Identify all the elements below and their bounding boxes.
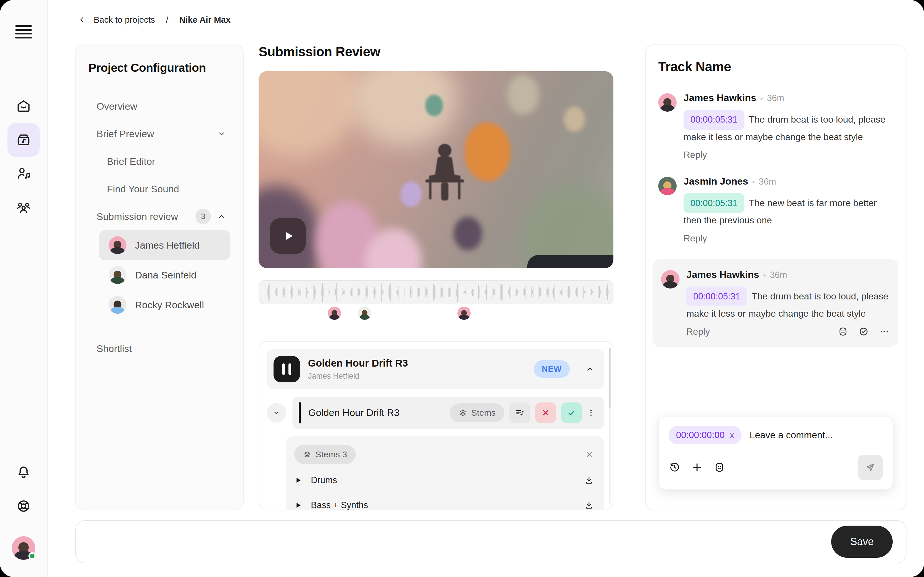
track-name-title: Track Name [658, 59, 893, 74]
submission-member-rocky-rockwell[interactable]: Rocky Rockwell [99, 290, 230, 320]
emoji-icon[interactable] [713, 461, 725, 473]
check-icon [567, 408, 576, 418]
nav-item-shortlist[interactable]: Shortlist [89, 335, 230, 362]
layers-icon [303, 450, 312, 459]
more-options-button[interactable] [585, 403, 597, 423]
version-title: Golden Hour Drift R3 [308, 407, 450, 418]
profile-avatar[interactable] [12, 536, 36, 560]
plus-icon[interactable] [691, 461, 703, 473]
video-scene-person [415, 130, 475, 217]
submission-count-badge: 3 [195, 209, 211, 224]
comment-author: James Hawkins [687, 269, 759, 280]
breadcrumb-separator: / [162, 15, 171, 25]
reply-link[interactable]: Reply [687, 326, 710, 337]
breadcrumb-current: Nike Air Max [179, 15, 231, 25]
dot-separator: • [752, 178, 755, 187]
expand-version-button[interactable] [267, 403, 286, 422]
comment-marker-avatar[interactable] [328, 306, 341, 320]
track-title: Golden Hour Drift R3 [308, 358, 526, 369]
submission-member-james-hetfield[interactable]: James Hetfield [99, 230, 230, 260]
save-button[interactable]: Save [831, 525, 893, 558]
panel-title: Project Configuration [89, 61, 230, 75]
approve-button[interactable] [561, 403, 582, 423]
play-icon[interactable] [294, 476, 302, 484]
menu-icon[interactable] [15, 25, 32, 39]
page-title: Submission Review [258, 45, 614, 59]
send-icon [864, 462, 876, 473]
scrollbar-thumb[interactable] [609, 348, 611, 408]
avatar [658, 177, 677, 195]
pause-button[interactable] [273, 356, 300, 382]
track-artist: James Hetfield [308, 372, 526, 380]
send-button[interactable] [858, 455, 883, 480]
music-library-icon [16, 132, 32, 148]
sidebar-item-library[interactable] [8, 123, 40, 157]
history-icon[interactable] [669, 461, 681, 473]
avatar [661, 270, 680, 288]
nav-item-find-your-sound[interactable]: Find Your Sound [89, 175, 230, 203]
clear-timestamp-icon[interactable]: x [730, 431, 734, 440]
avatar [108, 266, 126, 284]
ellipsis-icon[interactable] [879, 326, 890, 337]
bell-icon [16, 464, 32, 480]
stems-count-pill: Stems 3 [294, 445, 356, 464]
download-icon[interactable] [584, 500, 594, 510]
queue-music-icon [515, 408, 525, 418]
x-icon [541, 408, 551, 418]
nav-item-overview[interactable]: Overview [89, 92, 230, 120]
timestamp-badge[interactable]: 00:00:05:31 [683, 193, 745, 213]
dot-separator: • [760, 94, 763, 103]
waveform-comment-markers [258, 306, 614, 323]
add-to-queue-button[interactable] [509, 403, 530, 423]
reply-link[interactable]: Reply [683, 233, 707, 244]
online-status-dot [28, 552, 36, 560]
composer-timestamp-badge[interactable]: 00:00:00:00 x [669, 426, 741, 444]
sidebar-item-artists[interactable] [8, 157, 40, 190]
comment-input[interactable]: Leave a comment... [750, 430, 883, 441]
version-row: Golden Hour Drift R3 Stems [292, 397, 604, 429]
reply-link[interactable]: Reply [683, 150, 707, 160]
submission-review-section: Submission Review [258, 45, 614, 510]
resolve-check-circle-icon[interactable] [858, 326, 869, 337]
breadcrumb-back[interactable]: Back to projects [94, 15, 155, 25]
play-button[interactable] [270, 218, 306, 254]
reject-button[interactable] [535, 403, 556, 423]
video-player[interactable] [258, 71, 614, 268]
nav-item-brief-editor[interactable]: Brief Editor [89, 148, 230, 175]
comment-author: Jasmin Jones [683, 176, 748, 187]
collapse-chevron-up-icon[interactable] [585, 364, 594, 374]
timestamp-badge[interactable]: 00:00:05:31 [683, 110, 745, 130]
comment-time: 36m [759, 177, 776, 187]
dot-separator: • [763, 271, 766, 280]
stems-button[interactable]: Stems [450, 403, 504, 422]
sidebar-item-notifications[interactable] [8, 455, 40, 489]
sidebar-item-help[interactable] [8, 489, 40, 523]
download-icon[interactable] [584, 475, 594, 485]
comment-composer[interactable]: 00:00:00:00 x Leave a comment... [658, 416, 893, 490]
nav-item-submission-review[interactable]: Submission review 3 [89, 203, 230, 230]
breadcrumb: Back to projects / Nike Air Max [78, 15, 231, 25]
close-icon[interactable] [585, 450, 594, 459]
comment-author: James Hawkins [683, 92, 756, 103]
sidebar-item-home[interactable] [8, 89, 40, 123]
sidebar-item-community[interactable] [8, 190, 40, 224]
track-card: Golden Hour Drift R3 James Hetfield NEW … [258, 341, 614, 510]
comment-marker-avatar[interactable] [457, 306, 471, 320]
nav-item-brief-preview[interactable]: Brief Preview [89, 120, 230, 148]
footer-bar: Save [75, 520, 906, 563]
chevron-down-icon [217, 129, 226, 138]
back-chevron-icon[interactable] [78, 16, 86, 24]
lifebuoy-icon [16, 498, 32, 514]
play-icon[interactable] [294, 501, 302, 509]
app-window: Back to projects / Nike Air Max Project … [0, 0, 924, 577]
submission-member-dana-seinfeld[interactable]: Dana Seinfeld [99, 260, 230, 290]
chevron-up-icon [217, 212, 226, 221]
community-icon [16, 200, 32, 216]
avatar [658, 93, 677, 112]
timestamp-badge[interactable]: 00:00:05:31 [687, 287, 747, 306]
avatar [108, 236, 126, 254]
comment-marker-avatar[interactable] [358, 306, 371, 320]
emoji-reaction-icon[interactable] [838, 326, 848, 337]
waveform-scrubber[interactable] [258, 280, 614, 304]
artist-icon [16, 166, 32, 182]
